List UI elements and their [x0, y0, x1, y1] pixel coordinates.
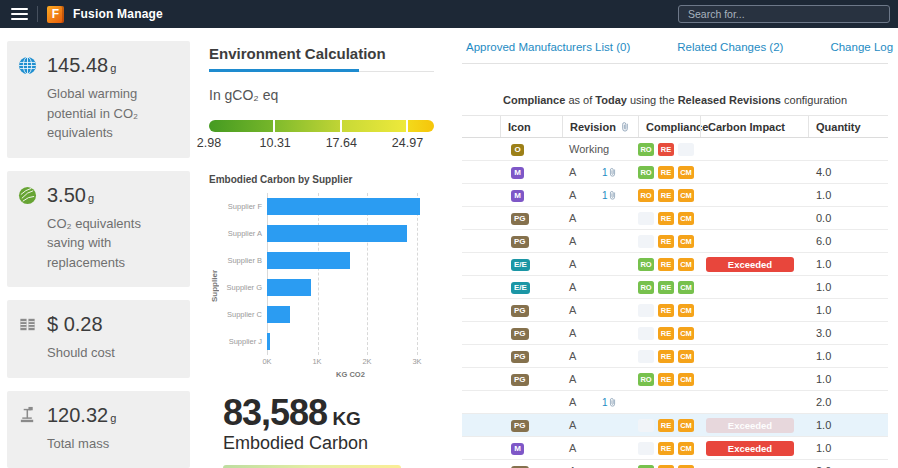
topbar: F Fusion Manage — [0, 0, 898, 28]
table-row[interactable]: PGARECM6.0 — [462, 230, 888, 253]
attachment-count: 1 — [602, 190, 608, 201]
metric-label: CO₂ equivalents saving with replacements — [47, 214, 180, 273]
table-row[interactable]: E/EARORECM1.0 — [462, 276, 888, 299]
scale-tick-label: 24.97 — [392, 136, 423, 150]
chart-x-tick-label: 3K — [412, 357, 421, 366]
table-row[interactable]: PGARECM0.0 — [462, 207, 888, 230]
table-row[interactable]: PGARORECM1.0 — [462, 368, 888, 391]
compliance-cell: RECM — [638, 212, 700, 225]
compliance-badge-ro: RO — [638, 465, 654, 468]
item-type-badge: E/E — [511, 282, 530, 294]
metric-card-total-mass: 120.32g Total mass — [7, 391, 190, 468]
item-type-badge: M — [511, 443, 524, 455]
gco2-subtitle: In gCO₂ eq — [209, 87, 434, 103]
compliance-badge-cm: CM — [678, 304, 694, 317]
metric-unit: g — [110, 412, 116, 424]
compliance-cell: RORECM — [638, 373, 700, 386]
menu-icon[interactable] — [11, 8, 28, 20]
revision-cell: A — [562, 189, 602, 201]
tab-3[interactable]: Change Log — [830, 41, 893, 53]
fusion-manage-logo-icon[interactable]: F — [47, 6, 64, 23]
table-row[interactable]: PGARECM1.0 — [462, 345, 888, 368]
quantity-cell: 1.0 — [808, 189, 888, 201]
chart-bar-row: Supplier A — [219, 220, 434, 247]
chart-bar[interactable] — [267, 198, 420, 215]
compliance-badge-cm: CM — [678, 281, 694, 294]
metric-label: Total mass — [47, 434, 180, 454]
table-row[interactable]: E/EARORECMExceeded1.0 — [462, 253, 888, 276]
item-type-badge: PG — [511, 374, 529, 386]
tab-1[interactable]: Approved Manufacturers List (0) — [466, 41, 630, 53]
attachment-link[interactable]: 1 — [602, 167, 638, 178]
table-row[interactable]: MARECMExceeded1.0 — [462, 437, 888, 460]
compliance-cell: RECM — [638, 442, 700, 455]
revision-cell: A — [562, 327, 602, 339]
chart-category-label: Supplier B — [219, 256, 267, 265]
table-row[interactable]: PGARECM1.0 — [462, 299, 888, 322]
item-icon-cell: M — [500, 441, 562, 455]
chart-bar[interactable] — [267, 225, 407, 242]
compliance-badge-re: RE — [658, 143, 674, 156]
attachment-link[interactable]: 1 — [602, 397, 638, 408]
item-icon-cell: M — [500, 188, 562, 202]
item-icon-cell: M — [500, 165, 562, 179]
chart-bar[interactable] — [267, 279, 311, 296]
chart-title: Embodied Carbon by Supplier — [209, 174, 434, 185]
scale-segment — [209, 120, 273, 132]
compliance-badge-re: RE — [658, 350, 674, 363]
carbon-impact-cell: Exceeded — [700, 418, 808, 433]
item-icon-cell: PG — [500, 372, 562, 386]
item-type-badge: PG — [511, 351, 529, 363]
chart-bar[interactable] — [267, 252, 350, 269]
revision-cell: A — [562, 304, 602, 316]
table-row[interactable]: PGARECM3.0 — [462, 322, 888, 345]
chart-bar[interactable] — [267, 333, 270, 350]
metric-card-should-cost: $ 0.28 Should cost — [7, 300, 190, 378]
compliance-badge-ro: RO — [638, 189, 654, 202]
chart-category-label: Supplier G — [219, 283, 267, 292]
quantity-cell: 1.0 — [808, 442, 888, 454]
compliance-badge-cm: CM — [678, 373, 694, 386]
quantity-cell: 4.0 — [808, 166, 888, 178]
compliance-cell: RECM — [638, 327, 700, 340]
scale-tick-label: 10.31 — [260, 136, 291, 150]
compliance-cell: RECM — [638, 419, 700, 432]
compliance-cell: RORECM — [638, 465, 700, 468]
quantity-cell: 1.0 — [808, 258, 888, 270]
metric-label: Global warming potential in CO₂ equivale… — [47, 84, 180, 143]
tab-2[interactable]: Related Changes (2) — [677, 41, 783, 53]
chart-bar[interactable] — [267, 306, 290, 323]
chart-category-label: Supplier C — [219, 310, 267, 319]
chart-category-label: Supplier J — [219, 337, 267, 346]
environment-calculation-title: Environment Calculation — [209, 45, 434, 62]
scale-tick-label: 2.98 — [197, 136, 221, 150]
table-row[interactable]: A12.0 — [462, 391, 888, 414]
search-input[interactable] — [678, 5, 890, 23]
metrics-sidebar: 145.48g Global warming potential in CO₂ … — [0, 28, 197, 468]
table-row[interactable]: OWorkingRORE — [462, 138, 888, 161]
item-icon-cell: O — [500, 142, 562, 156]
compliance-badge-re: RE — [658, 235, 674, 248]
exceeded-badge: Exceeded — [706, 441, 794, 456]
table-row[interactable]: MA1RORECM1.0 — [462, 184, 888, 207]
attachment-count: 1 — [602, 397, 608, 408]
compliance-badge-ro: RO — [638, 373, 654, 386]
table-row[interactable]: MA1RORECM4.0 — [462, 161, 888, 184]
attachment-link[interactable]: 1 — [602, 190, 638, 201]
compliance-badge-cm: CM — [678, 235, 694, 248]
table-row[interactable]: PGARECMExceeded1.0 — [462, 414, 888, 437]
chart-x-ticks: 0K1K2K3K — [267, 357, 432, 368]
bom-table: Icon Revision Compliance Carbon Impact Q… — [462, 115, 888, 468]
compliance-badge-re: RE — [658, 189, 674, 202]
quantity-cell: 1.0 — [808, 419, 888, 431]
header-compliance: Compliance — [638, 116, 700, 137]
chart-bar-row: Supplier F — [219, 193, 434, 220]
item-icon-cell: PG — [500, 303, 562, 317]
metric-value: 145.48 — [47, 54, 108, 76]
table-body: OWorkingROREMA1RORECM4.0MA1RORECM1.0PGAR… — [462, 138, 888, 468]
metric-value: 3.50 — [47, 184, 86, 206]
compliance-badge-re: RE — [658, 166, 674, 179]
attachments-cell: 1 — [602, 190, 638, 201]
table-row[interactable]: PGARORECM2.0 — [462, 460, 888, 468]
compliance-badge-ro: RO — [638, 143, 654, 156]
